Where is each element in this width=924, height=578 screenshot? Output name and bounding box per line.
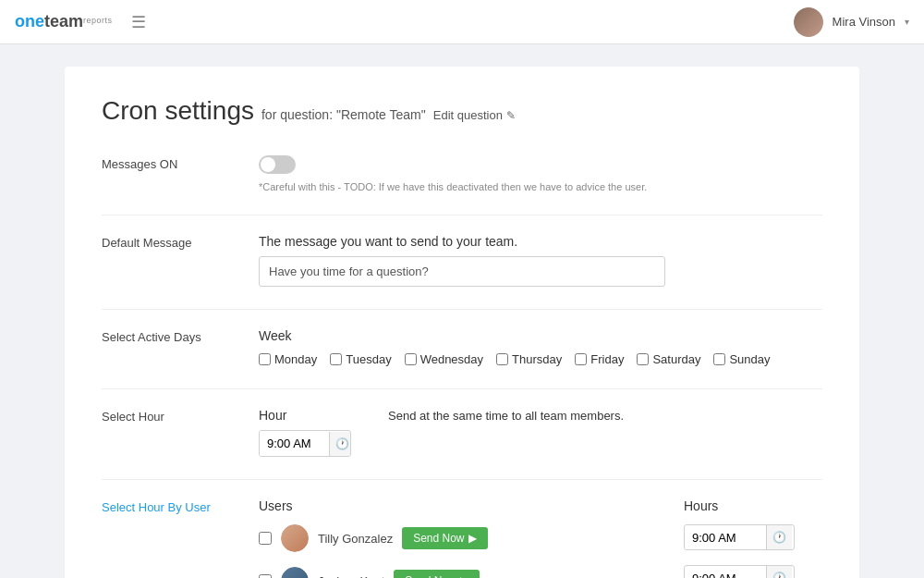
message-input[interactable]	[259, 256, 665, 287]
select-hour-row: Select Hour Hour 🕐 Send at the same time…	[102, 408, 822, 457]
tilly-avatar	[281, 524, 309, 552]
edit-question-link[interactable]: Edit question ✎	[433, 108, 516, 122]
topbar-right: Mira Vinson ▾	[794, 7, 909, 37]
message-description: The message you want to send to your tea…	[259, 234, 822, 249]
messages-on-row: Messages ON *Careful with this - TODO: I…	[102, 155, 822, 192]
day-thursday[interactable]: Thursday	[496, 352, 562, 366]
list-item: 🕐	[684, 524, 822, 550]
messages-on-content: *Careful with this - TODO: If we have th…	[259, 155, 822, 192]
page-subtitle: for question: "Remote Team"	[261, 107, 426, 122]
send-now-label: Send Now	[405, 574, 456, 578]
sunday-label: Sunday	[729, 352, 770, 366]
list-item: 🕐	[684, 565, 822, 578]
logo-one: one	[15, 12, 44, 31]
users-col-header: Users	[259, 498, 684, 513]
messages-on-label: Messages ON	[102, 155, 259, 171]
avatar-image	[281, 567, 309, 578]
same-time-col: Send at the same time to all team member…	[388, 408, 624, 449]
friday-checkbox[interactable]	[575, 353, 587, 365]
tilly-time-wrapper: 🕐	[684, 524, 795, 550]
select-hour-content: Hour 🕐 Send at the same time to all team…	[259, 408, 822, 457]
hamburger-button[interactable]: ☰	[128, 8, 150, 36]
tuesday-label: Tuesday	[346, 352, 391, 366]
week-label: Week	[259, 328, 822, 343]
wednesday-label: Wednesday	[420, 352, 483, 366]
saturday-label: Saturday	[652, 352, 700, 366]
topbar-left: oneteam reports ☰	[15, 8, 150, 36]
select-hour-by-user-row: Select Hour By User Users Tilly Gonzalez	[102, 498, 822, 578]
arrow-icon: ▶	[468, 532, 477, 545]
thursday-label: Thursday	[512, 352, 562, 366]
joshua-avatar	[281, 567, 309, 578]
sunday-checkbox[interactable]	[713, 353, 725, 365]
divider-1	[102, 215, 822, 215]
friday-label: Friday	[590, 352, 624, 366]
hours-col: Hours 🕐 🕐	[684, 498, 822, 578]
same-time-label: Send at the same time to all team member…	[388, 408, 624, 424]
monday-checkbox[interactable]	[259, 353, 271, 365]
hour-col: Hour 🕐	[259, 408, 351, 457]
topbar: oneteam reports ☰ Mira Vinson ▾	[0, 0, 924, 44]
day-monday[interactable]: Monday	[259, 352, 317, 366]
day-friday[interactable]: Friday	[575, 352, 624, 366]
hours-col-header: Hours	[684, 498, 822, 513]
avatar-image	[281, 524, 309, 552]
joshua-clock-icon-button[interactable]: 🕐	[766, 566, 792, 578]
chevron-down-icon[interactable]: ▾	[905, 17, 909, 27]
day-sunday[interactable]: Sunday	[713, 352, 770, 366]
active-days-row: Select Active Days Week Monday Tuesday W…	[102, 328, 822, 366]
joshua-checkbox[interactable]	[259, 574, 272, 578]
divider-4	[102, 479, 822, 480]
tuesday-checkbox[interactable]	[330, 353, 342, 365]
table-row: Joshua Kent Send Now ▶	[259, 567, 684, 578]
arrow-icon: ▶	[460, 574, 468, 578]
tilly-name: Tilly Gonzalez	[318, 532, 393, 546]
default-message-row: Default Message The message you want to …	[102, 234, 822, 287]
default-message-label: Default Message	[102, 234, 259, 250]
wednesday-checkbox[interactable]	[405, 353, 417, 365]
divider-3	[102, 388, 822, 389]
monday-label: Monday	[274, 352, 317, 366]
users-section: Users Tilly Gonzalez Send Now ▶	[259, 498, 822, 578]
active-days-label: Select Active Days	[102, 328, 259, 344]
messages-on-toggle[interactable]	[259, 155, 296, 174]
day-saturday[interactable]: Saturday	[637, 352, 700, 366]
logo: oneteam reports	[15, 12, 113, 31]
avatar	[794, 7, 823, 37]
tilly-time-input[interactable]	[685, 526, 766, 549]
hour-title: Hour	[259, 408, 351, 423]
tilly-clock-icon-button[interactable]: 🕐	[766, 525, 792, 549]
clock-icon-button[interactable]: 🕐	[329, 432, 351, 456]
tilly-checkbox[interactable]	[259, 532, 272, 545]
toggle-note: *Careful with this - TODO: If we have th…	[259, 181, 647, 192]
user-name: Mira Vinson	[833, 15, 895, 29]
tilly-send-now-button[interactable]: Send Now ▶	[402, 527, 487, 549]
send-now-label: Send Now	[413, 532, 464, 545]
select-hour-by-user-label: Select Hour By User	[102, 498, 259, 514]
divider-2	[102, 309, 822, 310]
pencil-icon: ✎	[506, 109, 516, 122]
joshua-time-input[interactable]	[685, 567, 766, 579]
logo-reports: reports	[83, 16, 113, 25]
users-col: Users Tilly Gonzalez Send Now ▶	[259, 498, 684, 578]
hour-section: Hour 🕐 Send at the same time to all team…	[259, 408, 822, 457]
day-tuesday[interactable]: Tuesday	[330, 352, 391, 366]
active-days-content: Week Monday Tuesday Wednesday	[259, 328, 822, 366]
toggle-slider	[259, 155, 296, 174]
avatar-image	[794, 7, 823, 37]
toggle-wrapper: *Careful with this - TODO: If we have th…	[259, 155, 822, 192]
hour-time-wrapper: 🕐	[259, 430, 351, 457]
default-message-content: The message you want to send to your tea…	[259, 234, 822, 287]
hour-time-input[interactable]	[260, 431, 329, 456]
page-title: Cron settings	[102, 96, 254, 126]
page-header: Cron settings for question: "Remote Team…	[102, 96, 822, 126]
logo-team: team	[44, 12, 83, 31]
day-wednesday[interactable]: Wednesday	[405, 352, 483, 366]
table-row: Tilly Gonzalez Send Now ▶	[259, 524, 684, 552]
saturday-checkbox[interactable]	[637, 353, 649, 365]
select-hour-by-user-content: Users Tilly Gonzalez Send Now ▶	[259, 498, 822, 578]
days-checkboxes: Monday Tuesday Wednesday Thursday	[259, 352, 822, 366]
joshua-send-now-button[interactable]: Send Now ▶	[394, 570, 479, 578]
thursday-checkbox[interactable]	[496, 353, 508, 365]
edit-question-label: Edit question	[433, 108, 503, 122]
